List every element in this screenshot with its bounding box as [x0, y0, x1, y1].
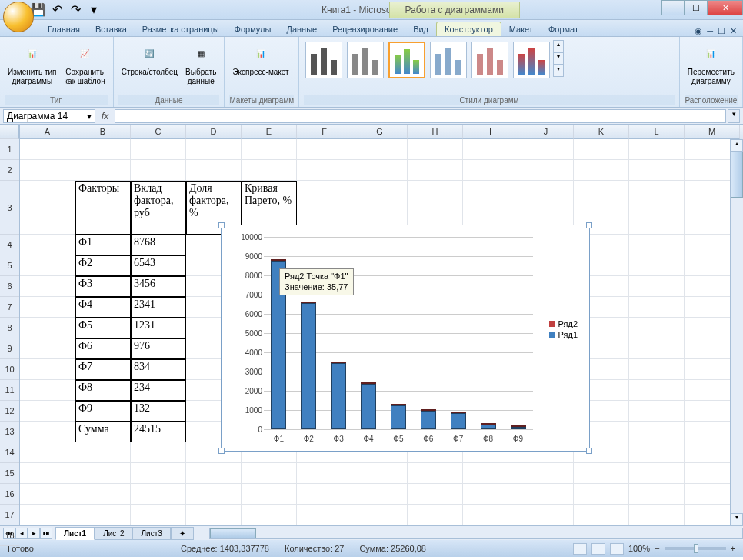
tab-review[interactable]: Рецензирование	[325, 22, 405, 36]
chart-plot-area[interactable]	[264, 237, 533, 429]
cell-J1[interactable]	[518, 139, 574, 160]
cell-J16[interactable]	[518, 484, 574, 505]
cell-L17[interactable]	[629, 505, 685, 525]
redo-icon[interactable]: ↷	[68, 2, 83, 18]
cell-G2[interactable]	[352, 160, 408, 181]
chart-bar-Ф1[interactable]	[271, 237, 286, 429]
cell-L11[interactable]	[629, 380, 685, 401]
scroll-up-button[interactable]: ▴	[731, 139, 743, 152]
cell-F17[interactable]	[297, 505, 352, 525]
doc-restore-icon[interactable]: ☐	[718, 26, 725, 36]
cell-H17[interactable]	[408, 505, 463, 525]
row-header-1[interactable]: 1	[0, 139, 19, 160]
cell-F1[interactable]	[297, 139, 352, 160]
cell-A7[interactable]	[20, 297, 75, 318]
cell-L5[interactable]	[629, 255, 685, 276]
cell-L9[interactable]	[629, 338, 685, 359]
cell-A17[interactable]	[20, 505, 75, 525]
cell-K16[interactable]	[574, 484, 629, 505]
cell-B15[interactable]	[75, 463, 131, 484]
styles-scroll-down[interactable]: ▾	[553, 52, 564, 65]
cell-A6[interactable]	[20, 276, 75, 297]
chart-style-2[interactable]	[347, 42, 384, 78]
cell-F16[interactable]	[297, 484, 352, 505]
cell-B11[interactable]: Ф8	[75, 380, 131, 401]
cell-E15[interactable]	[242, 463, 297, 484]
chart-style-4[interactable]	[430, 42, 467, 78]
cell-E2[interactable]	[242, 160, 297, 181]
chart-bar-Ф9[interactable]	[511, 237, 526, 429]
vscroll-thumb[interactable]	[731, 152, 743, 198]
cell-L14[interactable]	[629, 442, 685, 463]
cell-A4[interactable]	[20, 235, 75, 255]
chart-style-3[interactable]	[388, 42, 425, 78]
chart-bar-Ф2[interactable]	[301, 237, 316, 429]
row-header-11[interactable]: 11	[0, 380, 19, 401]
cell-D15[interactable]	[186, 463, 242, 484]
cell-L2[interactable]	[629, 160, 685, 181]
cell-B13[interactable]: Сумма	[75, 422, 131, 442]
fx-icon[interactable]: fx	[102, 111, 108, 122]
chart-style-6[interactable]	[513, 42, 550, 78]
cell-H1[interactable]	[408, 139, 463, 160]
column-header-F[interactable]: F	[297, 125, 352, 139]
cell-A5[interactable]	[20, 255, 75, 276]
minimize-button[interactable]: ─	[661, 0, 685, 15]
cell-B14[interactable]	[75, 442, 131, 463]
cell-I15[interactable]	[463, 463, 518, 484]
qat-dropdown-icon[interactable]: ▾	[86, 2, 102, 18]
cell-A10[interactable]	[20, 359, 75, 380]
cell-C8[interactable]: 1231	[131, 318, 186, 338]
cell-C13[interactable]: 24515	[131, 422, 186, 442]
tab-pagelayout[interactable]: Разметка страницы	[135, 22, 227, 36]
column-header-L[interactable]: L	[629, 125, 685, 139]
cell-A9[interactable]	[20, 338, 75, 359]
chart-style-1[interactable]	[305, 42, 342, 78]
cell-A3[interactable]	[20, 181, 75, 235]
column-header-C[interactable]: C	[131, 125, 186, 139]
horizontal-scrollbar[interactable]	[209, 528, 743, 539]
cell-A2[interactable]	[20, 160, 75, 181]
cell-C1[interactable]	[131, 139, 186, 160]
resize-handle-tl[interactable]	[218, 222, 225, 228]
cell-C11[interactable]: 234	[131, 380, 186, 401]
cell-H2[interactable]	[408, 160, 463, 181]
tab-home[interactable]: Главная	[40, 22, 88, 36]
cell-C17[interactable]	[131, 505, 186, 525]
column-header-D[interactable]: D	[186, 125, 242, 139]
column-header-K[interactable]: K	[574, 125, 629, 139]
cell-B8[interactable]: Ф5	[75, 318, 131, 338]
cell-L8[interactable]	[629, 318, 685, 338]
cell-B6[interactable]: Ф3	[75, 276, 131, 297]
cell-L3[interactable]	[629, 181, 685, 235]
chart-bar-Ф5[interactable]	[391, 237, 406, 429]
cell-H15[interactable]	[408, 463, 463, 484]
tab-design[interactable]: Конструктор	[436, 22, 501, 36]
row-header-9[interactable]: 9	[0, 338, 19, 359]
cell-B7[interactable]: Ф4	[75, 297, 131, 318]
row-header-15[interactable]: 15	[0, 463, 19, 484]
zoom-thumb[interactable]	[694, 544, 698, 553]
styles-scroll-up[interactable]: ▴	[553, 40, 564, 52]
formula-bar-expand[interactable]: ▾	[728, 109, 740, 123]
chart-bar-Ф6[interactable]	[421, 237, 436, 429]
cell-A1[interactable]	[20, 139, 75, 160]
cell-G17[interactable]	[352, 505, 408, 525]
cell-E1[interactable]	[242, 139, 297, 160]
tab-format[interactable]: Формат	[541, 22, 586, 36]
resize-handle-br[interactable]	[586, 448, 592, 454]
cell-L4[interactable]	[629, 235, 685, 255]
select-data-button[interactable]: ▦ Выбрать данные	[182, 40, 219, 88]
ribbon-minimize-icon[interactable]: ─	[707, 26, 713, 36]
zoom-level[interactable]: 100%	[628, 544, 650, 553]
cell-A13[interactable]	[20, 422, 75, 442]
chart-bar-Ф7[interactable]	[451, 237, 466, 429]
cell-B10[interactable]: Ф7	[75, 359, 131, 380]
tab-layout[interactable]: Макет	[501, 22, 541, 36]
sheet-tab-3[interactable]: Лист3	[132, 527, 170, 540]
cell-K2[interactable]	[574, 160, 629, 181]
cell-L6[interactable]	[629, 276, 685, 297]
column-header-B[interactable]: B	[75, 125, 131, 139]
sheet-nav-next[interactable]: ▸	[28, 528, 40, 539]
cell-L1[interactable]	[629, 139, 685, 160]
